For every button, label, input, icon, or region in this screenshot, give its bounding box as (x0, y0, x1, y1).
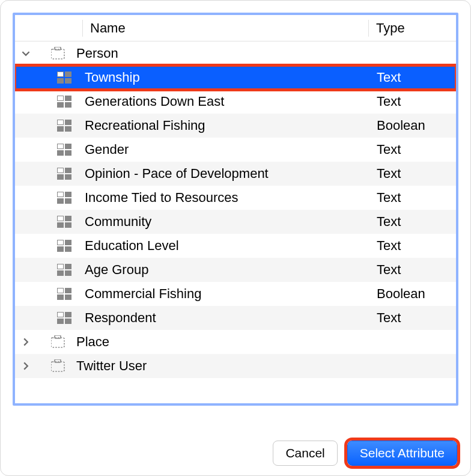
attribute-type: Boolean (368, 286, 456, 302)
attribute-row[interactable]: Commercial FishingBoolean (15, 282, 456, 306)
attribute-icon (57, 120, 71, 132)
cancel-button[interactable]: Cancel (273, 441, 337, 466)
table-header: Name Type (15, 15, 456, 41)
attribute-row[interactable]: Opinion - Pace of DevelopmentText (15, 162, 456, 186)
dialog-footer: Cancel Select Attribute (273, 441, 457, 466)
header-name[interactable]: Name (82, 20, 368, 37)
attribute-row[interactable]: RespondentText (15, 306, 456, 330)
category-name: Place (67, 334, 368, 350)
svg-rect-0 (51, 49, 64, 59)
attribute-type: Text (368, 310, 456, 326)
attribute-icon (57, 192, 71, 204)
category-row[interactable]: Person (15, 41, 456, 66)
select-attribute-dialog: Name Type PersonTownshipTextGenerations … (0, 0, 471, 476)
attribute-icon (57, 264, 71, 276)
attribute-type: Text (368, 190, 456, 206)
attribute-row[interactable]: TownshipText (15, 66, 456, 90)
svg-rect-2 (51, 338, 64, 347)
svg-rect-1 (55, 47, 61, 50)
attribute-name: Respondent (71, 310, 368, 326)
attribute-icon (57, 240, 71, 252)
attribute-type: Text (368, 166, 456, 182)
category-name: Twitter User (67, 358, 368, 374)
header-type[interactable]: Type (368, 20, 456, 37)
attribute-row[interactable]: Recreational FishingBoolean (15, 114, 456, 138)
attribute-row[interactable]: Age GroupText (15, 258, 456, 282)
attribute-row[interactable]: CommunityText (15, 210, 456, 234)
attribute-type: Text (368, 94, 456, 109)
attribute-type: Text (368, 70, 456, 85)
attribute-row[interactable]: Income Tied to ResourcesText (15, 186, 456, 210)
attribute-icon (57, 96, 71, 108)
attribute-type: Text (368, 214, 456, 230)
attribute-icon (57, 288, 71, 300)
attribute-name: Commercial Fishing (71, 286, 368, 302)
attribute-name: Generations Down East (71, 94, 368, 109)
attribute-tree[interactable]: PersonTownshipTextGenerations Down EastT… (15, 41, 456, 378)
attribute-name: Opinion - Pace of Development (71, 166, 368, 182)
attribute-name: Gender (71, 142, 368, 157)
attribute-name: Education Level (71, 238, 368, 254)
attribute-type: Boolean (368, 118, 456, 133)
attribute-icon (57, 216, 71, 228)
chevron-right-icon[interactable] (20, 336, 32, 348)
attribute-icon (57, 168, 71, 180)
category-row[interactable]: Place (15, 330, 456, 354)
attribute-row[interactable]: Generations Down EastText (15, 90, 456, 114)
chevron-down-icon[interactable] (20, 47, 32, 60)
svg-rect-5 (55, 359, 61, 362)
attribute-icon (57, 144, 71, 156)
attribute-tree-frame: Name Type PersonTownshipTextGenerations … (13, 13, 458, 406)
attribute-name: Recreational Fishing (71, 118, 368, 133)
attribute-name: Age Group (71, 262, 368, 278)
svg-rect-4 (51, 362, 64, 371)
attribute-name: Township (71, 70, 368, 85)
attribute-type: Text (368, 142, 456, 157)
attribute-icon (57, 312, 71, 324)
category-name: Person (67, 46, 368, 61)
classification-icon (51, 335, 67, 349)
attribute-row[interactable]: GenderText (15, 138, 456, 162)
classification-icon (51, 47, 67, 60)
select-attribute-button[interactable]: Select Attribute (347, 441, 457, 466)
classification-icon (51, 359, 67, 373)
attribute-name: Community (71, 214, 368, 230)
svg-rect-3 (55, 335, 61, 338)
category-row[interactable]: Twitter User (15, 354, 456, 378)
attribute-icon (57, 72, 71, 84)
attribute-type: Text (368, 262, 456, 278)
attribute-name: Income Tied to Resources (71, 190, 368, 206)
chevron-right-icon[interactable] (20, 360, 32, 372)
attribute-row[interactable]: Education LevelText (15, 234, 456, 258)
attribute-type: Text (368, 238, 456, 254)
